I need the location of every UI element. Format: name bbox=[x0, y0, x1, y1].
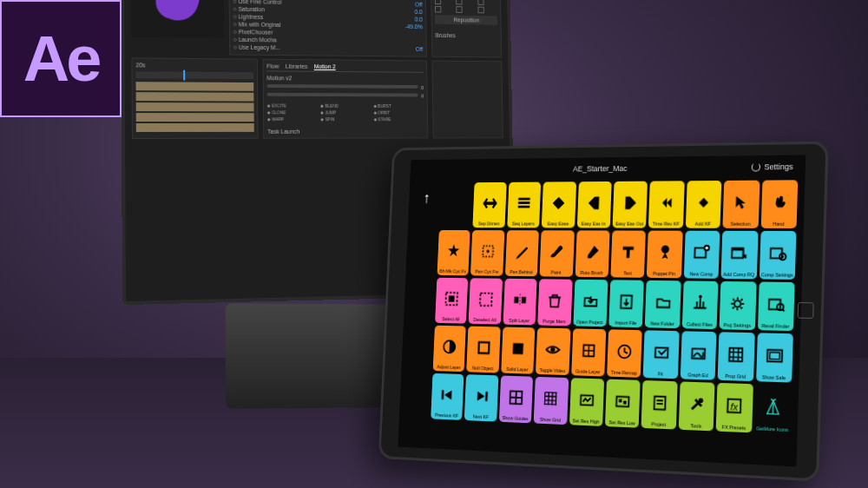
tile-tools[interactable]: Tools bbox=[679, 381, 715, 431]
tile-prop-grid[interactable]: Prop Grid bbox=[718, 332, 755, 381]
tile-pen-behind[interactable]: Pen Behind bbox=[505, 230, 539, 276]
graph-icon bbox=[688, 334, 708, 373]
tile-graph-ed[interactable]: Graph Ed bbox=[681, 331, 717, 379]
tile-time-rev-kf[interactable]: Time Rev KF bbox=[648, 181, 684, 228]
pin-icon bbox=[654, 234, 674, 272]
tile-purge-mem[interactable]: Purge Mem bbox=[537, 279, 572, 326]
tile-add-comp-rq[interactable]: Add Comp RQ bbox=[721, 231, 758, 280]
solid-icon bbox=[509, 330, 528, 367]
right-panel: FX Wit Anchor Reposition Brushes bbox=[431, 0, 502, 57]
tile-text[interactable]: Text bbox=[610, 231, 646, 278]
tile-fit[interactable]: Fit bbox=[643, 330, 680, 379]
tile-add-kf[interactable]: Add KF bbox=[686, 181, 722, 228]
tile-solid-layer[interactable]: Solid Layer bbox=[501, 327, 535, 374]
tile-next-kf[interactable]: Next KF bbox=[464, 374, 498, 421]
tile-paint[interactable]: Paint bbox=[540, 230, 575, 276]
tile-split-layer[interactable]: Split Layer bbox=[503, 279, 536, 326]
tab-motion2[interactable]: Motion 2 bbox=[314, 63, 336, 69]
brush-icon bbox=[548, 233, 567, 270]
easein-icon bbox=[584, 184, 603, 221]
tool-warp[interactable]: ◆ WARP bbox=[267, 116, 319, 122]
roto-icon bbox=[582, 233, 602, 270]
tool-jump[interactable]: ◆ JUMP bbox=[320, 110, 372, 115]
tile-selection[interactable]: Selection bbox=[723, 181, 760, 228]
penb-icon bbox=[512, 233, 531, 270]
prevkf-icon bbox=[438, 376, 457, 413]
tile-time-remap[interactable]: Time Remap bbox=[607, 329, 642, 378]
null-icon bbox=[474, 329, 493, 366]
tile-comp-settings[interactable]: Comp Settings bbox=[759, 231, 796, 280]
tile-getmore-icons[interactable]: GetMore Icons bbox=[754, 384, 792, 434]
tile-guide-layer[interactable]: Guide Layer bbox=[571, 328, 606, 376]
tile-previous-kf[interactable]: Previous KF bbox=[431, 373, 464, 420]
tile-null-object[interactable]: Null Object bbox=[467, 326, 501, 373]
tile-sep-dimen[interactable]: Sep Dimen bbox=[473, 182, 507, 228]
tile-show-safe[interactable]: Show Safe bbox=[756, 333, 793, 382]
tile-set-res-high[interactable]: Set Res High bbox=[569, 378, 605, 426]
tile-fx-presets[interactable]: FX Presets bbox=[716, 383, 753, 432]
import-icon bbox=[616, 282, 636, 320]
tile-seq-layers[interactable]: Seq Layers bbox=[507, 182, 541, 228]
tool-orbit[interactable]: ◆ ORBIT bbox=[373, 110, 424, 115]
reslow-icon bbox=[613, 382, 633, 421]
tile-set-res-low[interactable]: Set Res Low bbox=[605, 379, 641, 428]
reshigh-icon bbox=[577, 381, 597, 419]
effects-panel: Current ○ Compare○ Color SpaceHSI○ Hue0x… bbox=[228, 0, 427, 57]
tile-deselect-all[interactable]: Deselect All bbox=[469, 278, 503, 324]
dotrect-icon bbox=[478, 233, 497, 269]
gear-icon bbox=[727, 284, 748, 323]
refresh-icon[interactable] bbox=[752, 162, 760, 171]
monitor-stand bbox=[226, 303, 398, 408]
tile-reval-finder[interactable]: Reval Finder bbox=[758, 282, 795, 332]
tab-flow[interactable]: Flow bbox=[266, 63, 279, 69]
tile-easy-ease[interactable]: Easy Ease bbox=[542, 181, 576, 228]
project-icon bbox=[649, 383, 669, 422]
eye-icon bbox=[543, 331, 562, 369]
hand-icon bbox=[769, 182, 790, 221]
tile-new-folder[interactable]: New Folder bbox=[645, 280, 681, 328]
tool-spin[interactable]: ◆ SPIN bbox=[321, 116, 372, 122]
addkf-icon bbox=[694, 183, 713, 221]
cursor-icon bbox=[731, 183, 752, 221]
newcomp-icon bbox=[692, 234, 712, 272]
tile-project[interactable]: Project bbox=[641, 380, 678, 430]
tile-easy-eas-in[interactable]: Easy Eas In bbox=[576, 181, 611, 228]
tile-bh-mk-cyc-fx[interactable]: Bh Mk Cyc Fx bbox=[437, 230, 470, 275]
reveal-icon bbox=[766, 285, 786, 324]
purge-icon bbox=[545, 281, 564, 319]
tablet-home-button[interactable] bbox=[798, 301, 814, 318]
settings-button[interactable]: Settings bbox=[764, 162, 792, 172]
tool-stare[interactable]: ◆ STARE bbox=[373, 116, 424, 122]
tile-show-guides[interactable]: Show Guides bbox=[499, 376, 534, 424]
folder-icon bbox=[653, 283, 673, 321]
tile-new-comp[interactable]: New Comp bbox=[684, 231, 720, 279]
tile-toggle-video[interactable]: Toggle Video bbox=[536, 327, 570, 375]
tile-proj-settings[interactable]: Proj Settings bbox=[720, 281, 757, 330]
tile-puppet-pin[interactable]: Puppet Pin bbox=[647, 231, 682, 279]
tile-hand[interactable]: Hand bbox=[760, 180, 798, 228]
tile-adjust-layer[interactable]: Adjust Layer bbox=[433, 326, 466, 372]
showgrid-icon bbox=[542, 379, 561, 418]
tile-easy-eas-out[interactable]: Easy Eas Out bbox=[613, 181, 648, 228]
tile-select-all[interactable]: Select All bbox=[435, 278, 468, 324]
tile-show-grid[interactable]: Show Grid bbox=[534, 377, 569, 425]
tile-import-file[interactable]: Import File bbox=[608, 280, 644, 327]
seq-icon bbox=[515, 185, 534, 221]
collect-icon bbox=[690, 284, 710, 323]
comp-preview bbox=[131, 0, 224, 38]
fit-icon bbox=[651, 333, 671, 373]
tile-roto-brush[interactable]: Roto Brush bbox=[575, 230, 609, 277]
fx-icon bbox=[724, 386, 745, 425]
sep-icon bbox=[480, 185, 499, 221]
tool-blend[interactable]: ◆ BLEND bbox=[320, 103, 372, 109]
tool-excite[interactable]: ◆ EXCITE bbox=[267, 103, 319, 109]
tile-open-project[interactable]: Open Project bbox=[573, 280, 608, 326]
tab-libraries[interactable]: Libraries bbox=[286, 63, 307, 69]
tile-collect-files[interactable]: Collect Files bbox=[682, 280, 719, 329]
tool-burst[interactable]: ◆ BURST bbox=[373, 103, 424, 109]
reposition-button[interactable]: Reposition bbox=[435, 15, 497, 24]
tool-clone[interactable]: ◆ CLONE bbox=[267, 109, 319, 115]
tile-pen-cyc-fw[interactable]: Pen Cyc Fw bbox=[470, 230, 504, 276]
ae-logo-text: Ae bbox=[23, 22, 99, 96]
open-icon bbox=[581, 282, 601, 320]
